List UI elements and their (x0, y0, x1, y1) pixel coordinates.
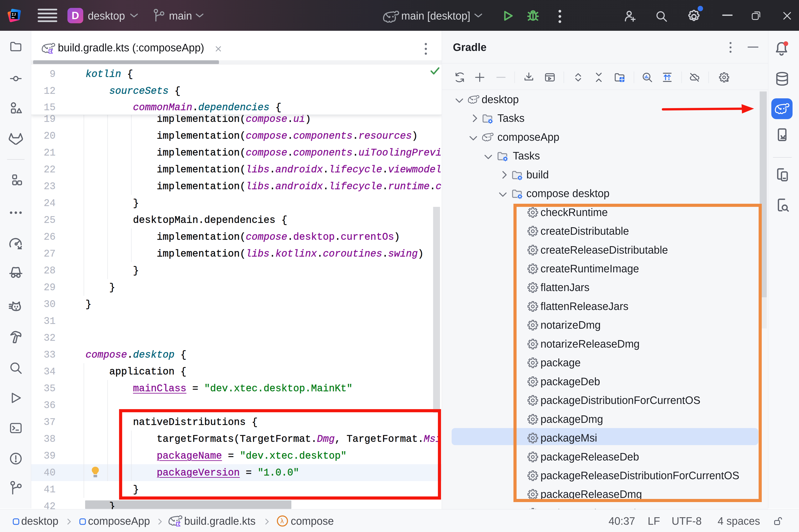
svg-text:λ: λ (280, 517, 284, 525)
svg-text:IJ: IJ (12, 13, 16, 17)
